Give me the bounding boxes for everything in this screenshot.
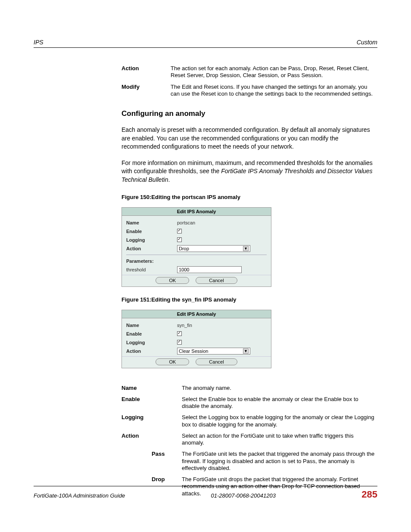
def-text: The FortiGate unit lets the packet that … xyxy=(182,451,376,472)
page-header: IPS Custom xyxy=(34,39,377,48)
name-value: portscan xyxy=(177,220,195,225)
def-text: Select an action for the FortiGate unit … xyxy=(182,432,376,447)
def-term: Action xyxy=(121,432,182,447)
footer-page-number: 285 xyxy=(361,489,377,500)
figure-150-caption: Figure 150:Editing the portscan IPS anom… xyxy=(121,194,376,200)
edit-anomaly-panel-151: Edit IPS Anomaly Name syn_fin Enable Log… xyxy=(121,310,271,368)
paragraph-2: For more information on minimum, maximum… xyxy=(121,159,376,184)
dropdown-arrow-icon: ▼ xyxy=(243,348,249,354)
name-label: Name xyxy=(126,220,177,225)
row-action: Action Clear Session ▼ xyxy=(126,347,267,355)
action-select-value: Clear Session xyxy=(179,348,208,354)
action-select[interactable]: Drop ▼ xyxy=(177,245,250,252)
figure-151-caption: Figure 151:Editing the syn_fin IPS anoma… xyxy=(121,296,376,303)
enable-label: Enable xyxy=(126,229,177,234)
action-select-value: Drop xyxy=(179,246,189,251)
subdef-pass: Pass The FortiGate unit lets the packet … xyxy=(121,451,376,472)
row-enable: Enable xyxy=(126,330,267,338)
main-content: Action The action set for each anomaly. … xyxy=(121,65,376,497)
footer-docid: 01-28007-0068-20041203 xyxy=(211,492,276,499)
row-name: Name portscan xyxy=(126,218,267,227)
def-term: Enable xyxy=(121,396,182,410)
ok-button[interactable]: OK xyxy=(156,358,189,365)
panel-title: Edit IPS Anomaly xyxy=(122,208,271,216)
def2-logging: Logging Select the Logging box to enable… xyxy=(121,414,376,428)
threshold-label: threshold xyxy=(126,267,177,272)
para2-c: . xyxy=(168,176,170,183)
logging-label: Logging xyxy=(126,237,177,243)
action-label: Action xyxy=(126,348,177,354)
row-name: Name syn_fin xyxy=(126,321,267,330)
cancel-button[interactable]: Cancel xyxy=(196,277,237,284)
action-select[interactable]: Clear Session ▼ xyxy=(177,348,250,355)
def2-name: Name The anomaly name. xyxy=(121,385,376,392)
threshold-input[interactable]: 1000 xyxy=(177,266,242,273)
header-right: Custom xyxy=(357,39,377,46)
logging-label: Logging xyxy=(126,340,177,345)
logging-checkbox[interactable] xyxy=(177,237,182,242)
name-label: Name xyxy=(126,323,177,328)
panel-body: Name syn_fin Enable Logging Action Clear… xyxy=(122,318,271,356)
row-threshold: threshold 1000 xyxy=(126,265,267,274)
edit-anomaly-panel-150: Edit IPS Anomaly Name portscan Enable Lo… xyxy=(121,207,271,287)
def-action: Action The action set for each anomaly. … xyxy=(121,65,376,79)
enable-checkbox[interactable] xyxy=(177,229,182,233)
def-term: Name xyxy=(121,385,182,392)
button-row: OK Cancel xyxy=(122,275,271,286)
def-text: The anomaly name. xyxy=(182,385,231,392)
divider xyxy=(126,255,267,255)
def-text: Select the Logging box to enable logging… xyxy=(182,414,376,428)
ok-button[interactable]: OK xyxy=(156,277,189,284)
def-term: Modify xyxy=(121,84,171,98)
name-value: syn_fin xyxy=(177,323,192,328)
def-term: Action xyxy=(121,65,171,79)
logging-checkbox[interactable] xyxy=(177,340,182,345)
cancel-button[interactable]: Cancel xyxy=(196,358,237,365)
row-enable: Enable xyxy=(126,227,267,236)
button-row: OK Cancel xyxy=(122,356,271,368)
section-heading: Configuring an anomaly xyxy=(121,109,376,118)
row-logging: Logging xyxy=(126,236,267,244)
def2-action: Action Select an action for the FortiGat… xyxy=(121,432,376,447)
row-parameters: Parameters: xyxy=(126,257,267,265)
parameters-label: Parameters: xyxy=(126,258,177,264)
header-left: IPS xyxy=(34,39,44,46)
def-text: The Edit and Reset icons. If you have ch… xyxy=(171,84,376,98)
action-label: Action xyxy=(126,246,177,251)
row-action: Action Drop ▼ xyxy=(126,244,267,253)
def2-enable: Enable Select the Enable box to enable t… xyxy=(121,396,376,410)
enable-checkbox[interactable] xyxy=(177,331,182,336)
def-term: Pass xyxy=(152,451,182,472)
def-modify: Modify The Edit and Reset icons. If you … xyxy=(121,84,376,98)
panel-body: Name portscan Enable Logging Action Drop… xyxy=(122,216,271,275)
paragraph-1: Each anomaly is preset with a recommende… xyxy=(121,126,376,151)
enable-label: Enable xyxy=(126,331,177,336)
dropdown-arrow-icon: ▼ xyxy=(243,246,249,251)
def-text: The action set for each anomaly. Action … xyxy=(171,65,376,79)
def-term: Logging xyxy=(121,414,182,428)
footer-guide: FortiGate-100A Administration Guide xyxy=(34,492,125,499)
panel-title: Edit IPS Anomaly xyxy=(122,310,271,318)
row-logging: Logging xyxy=(126,338,267,347)
def-text: Select the Enable box to enable the anom… xyxy=(182,396,376,410)
page-footer: FortiGate-100A Administration Guide 01-2… xyxy=(34,486,377,500)
